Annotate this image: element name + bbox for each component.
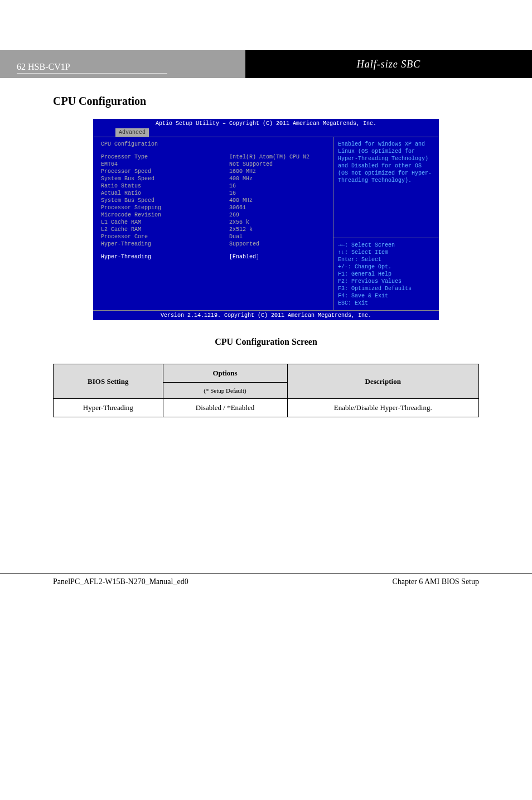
table-cell: Enable/Disable Hyper-Threading. [287,399,478,417]
bios-nav-line: F2: Previous Values [338,278,434,285]
bios-screenshot: Aptio Setup Utility – Copyright (C) 2011… [93,119,439,320]
bios-nav-line: F4: Save & Exit [338,292,434,300]
header-left-text: 62 HSB-CV1P [17,62,167,74]
bios-nav-divider [333,238,439,238]
header-right-text: Half-size SBC [357,59,421,70]
bios-info-row: EMT64Not Supported [101,161,325,168]
header-right: Half-size SBC [245,50,532,78]
bios-info-label: L1 Cache RAM [101,219,229,226]
bios-info-label: Processor Type [101,153,229,161]
bios-info-value: 2x512 k [229,226,325,233]
bios-info-value: 1600 MHz [229,168,325,175]
bios-nav-line: ESC: Exit [338,300,434,307]
bios-info-row: L2 Cache RAM2x512 k [101,226,325,233]
th-sub-header: (* Setup Default) [163,383,287,399]
bios-info-row: Processor CoreDual [101,233,325,240]
bios-body: CPU Configuration Processor TypeIntel(R)… [93,137,439,310]
bios-info-label: Hyper-Threading [101,240,229,248]
bios-info-row: L1 Cache RAM2x56 k [101,219,325,226]
bios-info-value: 16 [229,182,325,190]
bios-info-row: Processor TypeIntel(R) Atom(TM) CPU N2 [101,153,325,161]
bios-bottom-bar: Version 2.14.1219. Copyright (C) 2011 Am… [93,310,439,320]
bios-nav-line: →←: Select Screen [338,242,434,249]
table-cell: Disabled / *Enabled [163,399,287,417]
bios-info-label: System Bus Speed [101,197,229,204]
bios-info-value: 16 [229,190,325,197]
bios-info-row: Hyper-ThreadingSupported [101,240,325,248]
table-row: Hyper-ThreadingDisabled / *EnabledEnable… [54,399,479,417]
bios-info-label: EMT64 [101,161,229,168]
bios-info-value: 2x56 k [229,219,325,226]
bios-info-row: Ratio Status16 [101,182,325,190]
bios-info-label: System Bus Speed [101,175,229,182]
bios-info-label: Processor Core [101,233,229,240]
bios-panel-title: CPU Configuration [101,141,325,148]
bios-info-value: Dual [229,233,325,240]
option-table: BIOS Setting Options Description (* Setu… [53,364,479,417]
bios-nav-line: F1: General Help [338,271,434,278]
bios-info-label: Actual Ratio [101,190,229,197]
bios-info-label: Microcode Revision [101,211,229,219]
bios-info-label: L2 Cache RAM [101,226,229,233]
bios-info-row: System Bus Speed400 MHz [101,197,325,204]
bios-nav-line: Enter: Select [338,256,434,263]
bios-info-value: Intel(R) Atom(TM) CPU N2 [229,153,325,161]
bios-info-value: 400 MHz [229,197,325,204]
footer-left: PanelPC_AFL2-W15B-N270_Manual_ed0 [53,577,188,586]
table-cell: Hyper-Threading [54,399,163,417]
bios-info-value: Not Supported [229,161,325,168]
th-description: Description [287,364,478,399]
bios-option-value: [Enabled] [229,253,325,261]
bios-option-label: Hyper-Threading [101,253,229,261]
bios-nav-line: +/-: Change Opt. [338,263,434,271]
bios-nav-line: ↑↓: Select Item [338,249,434,256]
page-footer: PanelPC_AFL2-W15B-N270_Manual_ed0 Chapte… [0,574,532,586]
th-options: Options [163,364,287,383]
bios-option-hyper-threading[interactable]: Hyper-Threading [Enabled] [101,253,325,261]
bios-info-value: 269 [229,211,325,219]
bios-info-row: Processor Stepping30661 [101,204,325,211]
bios-help-text: Enabled for Windows XP and Linux (OS opt… [338,141,434,184]
bios-info-row: Microcode Revision269 [101,211,325,219]
section-title: CPU Configuration [53,95,479,108]
bios-info-value: Supported [229,240,325,248]
bios-info-row: Actual Ratio16 [101,190,325,197]
bios-right-panel: Enabled for Windows XP and Linux (OS opt… [333,137,439,310]
bios-info-row: Processor Speed1600 MHz [101,168,325,175]
bios-info-value: 30661 [229,204,325,211]
bios-nav-line: F3: Optimized Defaults [338,285,434,292]
bios-info-row: System Bus Speed400 MHz [101,175,325,182]
bios-tab-advanced[interactable]: Advanced [115,128,149,137]
header-left: 62 HSB-CV1P [0,50,245,78]
page-header: 62 HSB-CV1P Half-size SBC [0,50,532,78]
content-area: CPU Configuration Aptio Setup Utility – … [0,78,532,417]
bios-info-label: Processor Stepping [101,204,229,211]
bios-title-bar: Aptio Setup Utility – Copyright (C) 2011… [93,119,439,128]
bios-info-value: 400 MHz [229,175,325,182]
bios-tab-row: Advanced [93,128,439,137]
bios-left-panel: CPU Configuration Processor TypeIntel(R)… [93,137,333,310]
bios-info-label: Processor Speed [101,168,229,175]
figure-caption: CPU Configuration Screen [53,337,479,347]
footer-right: Chapter 6 AMI BIOS Setup [392,577,479,586]
th-bios-setting: BIOS Setting [54,364,163,399]
bios-info-label: Ratio Status [101,182,229,190]
